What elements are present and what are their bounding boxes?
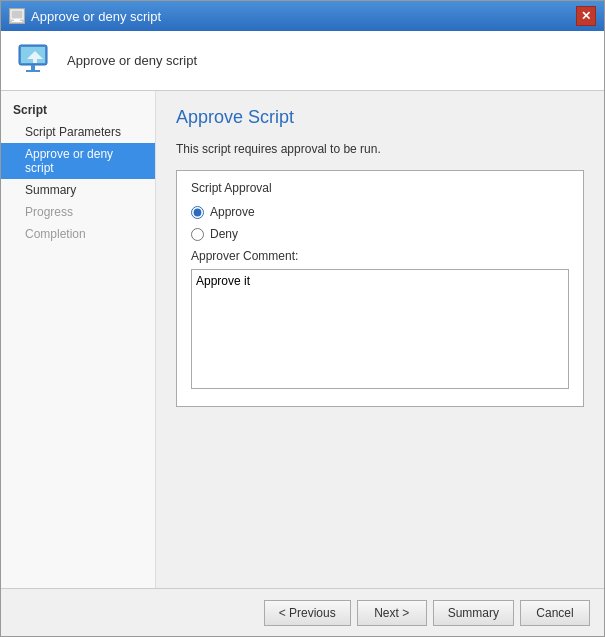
main-content: Script Script Parameters Approve or deny… (1, 91, 604, 588)
svg-rect-6 (26, 70, 40, 72)
sidebar-item-summary[interactable]: Summary (1, 179, 155, 201)
approve-radio-option[interactable]: Approve (191, 205, 569, 219)
header-icon (15, 41, 55, 81)
content-area: Approve Script This script requires appr… (156, 91, 604, 588)
description-text: This script requires approval to be run. (176, 142, 584, 156)
close-button[interactable]: ✕ (576, 6, 596, 26)
svg-rect-2 (12, 21, 22, 22)
header-text: Approve or deny script (67, 53, 197, 68)
footer: < Previous Next > Summary Cancel (1, 588, 604, 636)
svg-rect-5 (31, 65, 35, 70)
script-approval-group: Script Approval Approve Deny Approver Co… (176, 170, 584, 407)
sidebar-item-progress: Progress (1, 201, 155, 223)
summary-button[interactable]: Summary (433, 600, 514, 626)
title-bar: Approve or deny script ✕ (1, 1, 604, 31)
next-button[interactable]: Next > (357, 600, 427, 626)
sidebar-section-script: Script (1, 99, 155, 121)
main-window: Approve or deny script ✕ Approve or deny… (0, 0, 605, 637)
approve-label: Approve (210, 205, 255, 219)
header-section: Approve or deny script (1, 31, 604, 91)
sidebar: Script Script Parameters Approve or deny… (1, 91, 156, 588)
comment-textarea[interactable] (191, 269, 569, 389)
svg-rect-0 (11, 10, 23, 19)
cancel-button[interactable]: Cancel (520, 600, 590, 626)
window-icon (9, 8, 25, 24)
title-bar-left: Approve or deny script (9, 8, 161, 24)
previous-button[interactable]: < Previous (264, 600, 351, 626)
comment-label: Approver Comment: (191, 249, 569, 263)
page-title: Approve Script (176, 107, 584, 128)
sidebar-item-approve-deny[interactable]: Approve or deny script (1, 143, 155, 179)
group-box-label: Script Approval (191, 181, 569, 195)
approve-radio[interactable] (191, 206, 204, 219)
window-title: Approve or deny script (31, 9, 161, 24)
deny-radio-option[interactable]: Deny (191, 227, 569, 241)
deny-label: Deny (210, 227, 238, 241)
sidebar-item-script-parameters[interactable]: Script Parameters (1, 121, 155, 143)
sidebar-item-completion: Completion (1, 223, 155, 245)
svg-rect-1 (14, 19, 20, 21)
deny-radio[interactable] (191, 228, 204, 241)
